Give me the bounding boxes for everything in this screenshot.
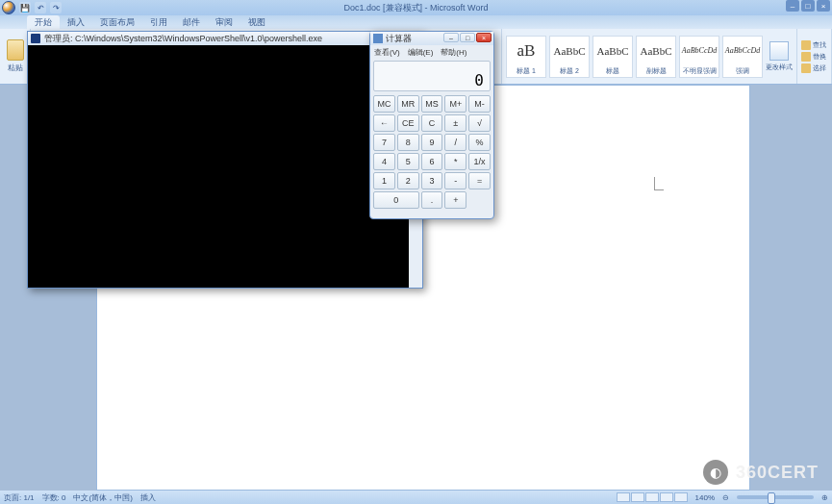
qat-save-icon[interactable]: 💾 <box>19 2 31 13</box>
paste-button[interactable]: 粘贴 <box>4 39 26 73</box>
style-subtitle[interactable]: AaBbC副标题 <box>636 36 676 78</box>
style-title[interactable]: AaBbC标题 <box>592 36 633 78</box>
replace-icon <box>801 52 811 62</box>
calc-btn-recip[interactable]: 1/x <box>468 153 491 170</box>
calc-btn-2[interactable]: 2 <box>397 172 419 189</box>
calc-btn-mul[interactable]: * <box>444 153 466 170</box>
qat-undo-icon[interactable]: ↶ <box>35 2 46 13</box>
calc-btn-6[interactable]: 6 <box>421 153 443 170</box>
calc-btn-3[interactable]: 3 <box>421 172 443 189</box>
calculator-window[interactable]: 计算器 – □ × 查看(V) 编辑(E) 帮助(H) 0 MC MR MS M… <box>369 31 494 219</box>
style-heading1[interactable]: aB标题 1 <box>506 36 546 78</box>
styles-gallery[interactable]: aB标题 1 AaBbC标题 2 AaBbC标题 AaBbC副标题 AaBbCc… <box>506 31 793 82</box>
paste-icon <box>7 39 24 61</box>
calc-close-button[interactable]: × <box>476 33 492 42</box>
select-button[interactable]: 选择 <box>801 63 827 73</box>
zoom-slider[interactable] <box>737 495 814 499</box>
zoom-in-button[interactable]: ⊕ <box>821 493 828 502</box>
status-lang[interactable]: 中文(简体，中国) <box>73 492 132 503</box>
word-maximize-button[interactable]: □ <box>801 0 815 12</box>
status-bar: 页面: 1/1 字数: 0 中文(简体，中国) 插入 140% ⊖ ⊕ <box>0 491 832 504</box>
calc-menu-edit[interactable]: 编辑(E) <box>408 47 434 58</box>
calc-btn-add[interactable]: + <box>444 191 466 209</box>
calc-btn-5[interactable]: 5 <box>397 153 419 170</box>
calc-btn-ms[interactable]: MS <box>421 95 443 113</box>
tab-references[interactable]: 引用 <box>142 15 175 29</box>
status-zoom[interactable]: 140% <box>695 493 715 502</box>
calc-btn-dot[interactable]: . <box>421 191 443 209</box>
calc-maximize-button[interactable]: □ <box>460 33 475 42</box>
calc-btn-mc[interactable]: MC <box>373 95 395 113</box>
style-emphasis[interactable]: AaBbCcDd强调 <box>722 36 763 78</box>
watermark: ◐ 360CERT <box>703 460 819 485</box>
calc-btn-eq[interactable]: = <box>468 172 491 189</box>
change-styles-icon <box>769 41 789 61</box>
style-heading2[interactable]: AaBbC标题 2 <box>549 36 590 78</box>
text-cursor <box>654 177 664 190</box>
zoom-out-button[interactable]: ⊖ <box>722 493 729 502</box>
calc-btn-8[interactable]: 8 <box>397 134 419 151</box>
find-icon <box>801 40 811 50</box>
style-subtle-emphasis[interactable]: AaBbCcDd不明显强调 <box>679 36 719 78</box>
calc-btn-c[interactable]: C <box>421 114 443 132</box>
calc-menu-view[interactable]: 查看(V) <box>374 47 400 58</box>
word-close-button[interactable]: × <box>817 0 830 12</box>
calc-btn-neg[interactable]: ± <box>444 114 466 132</box>
qat-redo-icon[interactable]: ↷ <box>50 2 62 13</box>
tab-review[interactable]: 审阅 <box>208 15 240 29</box>
ribbon-tabs: 开始 插入 页面布局 引用 邮件 审阅 视图 <box>0 15 832 29</box>
calc-btn-mr[interactable]: MR <box>397 95 419 113</box>
watermark-logo-icon: ◐ <box>703 460 728 485</box>
calc-menu-help[interactable]: 帮助(H) <box>441 47 466 58</box>
calc-btn-0[interactable]: 0 <box>373 191 419 209</box>
powershell-console[interactable] <box>30 45 409 286</box>
calc-btn-9[interactable]: 9 <box>421 134 443 151</box>
word-title: Doc1.doc [兼容模式] - Microsoft Word <box>344 2 489 14</box>
calc-btn-mminus[interactable]: M- <box>468 95 491 113</box>
calc-btn-sub[interactable]: - <box>444 172 466 189</box>
calc-btn-4[interactable]: 4 <box>373 153 395 170</box>
calc-btn-back[interactable]: ← <box>373 114 395 132</box>
calc-minimize-button[interactable]: – <box>443 33 459 42</box>
calc-btn-sqrt[interactable]: √ <box>468 114 491 132</box>
powershell-window[interactable]: 管理员: C:\Windows\System32\WindowsPowerShe… <box>27 31 423 289</box>
calculator-icon <box>373 34 383 43</box>
office-button[interactable] <box>2 1 15 14</box>
powershell-titlebar[interactable]: 管理员: C:\Windows\System32\WindowsPowerShe… <box>28 32 422 45</box>
find-button[interactable]: 查找 <box>801 40 827 50</box>
tab-view[interactable]: 视图 <box>240 15 273 29</box>
tab-insert[interactable]: 插入 <box>60 15 92 29</box>
tab-mailings[interactable]: 邮件 <box>175 15 208 29</box>
calc-btn-1[interactable]: 1 <box>373 172 395 189</box>
status-mode[interactable]: 插入 <box>140 492 156 503</box>
calc-btn-7[interactable]: 7 <box>373 134 395 151</box>
word-minimize-button[interactable]: – <box>786 0 799 12</box>
calc-btn-pct[interactable]: % <box>468 134 491 151</box>
status-page[interactable]: 页面: 1/1 <box>4 492 35 503</box>
calc-btn-div[interactable]: / <box>444 134 466 151</box>
select-icon <box>801 63 811 73</box>
calc-btn-ce[interactable]: CE <box>397 114 419 132</box>
calculator-titlebar[interactable]: 计算器 – □ × <box>370 32 493 45</box>
tab-layout[interactable]: 页面布局 <box>92 15 142 29</box>
powershell-icon <box>31 34 40 43</box>
tab-home[interactable]: 开始 <box>27 15 60 29</box>
calc-btn-mplus[interactable]: M+ <box>444 95 466 113</box>
status-words[interactable]: 字数: 0 <box>42 492 66 503</box>
view-buttons[interactable] <box>617 492 688 502</box>
change-styles-button[interactable]: 更改样式 <box>766 41 793 72</box>
replace-button[interactable]: 替换 <box>801 52 827 62</box>
calc-display: 0 <box>373 61 491 91</box>
